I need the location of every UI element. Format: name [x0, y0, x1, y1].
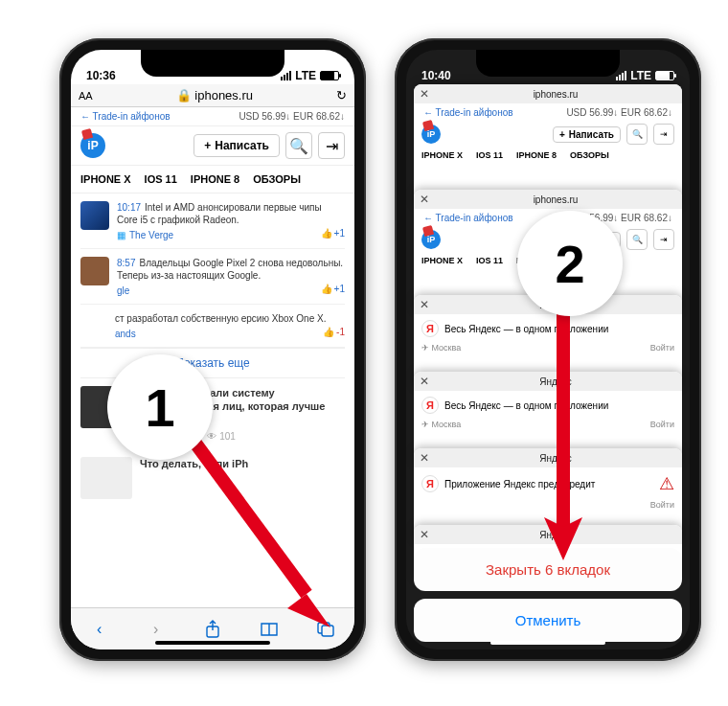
tab-ios11[interactable]: IOS 11 [145, 173, 177, 185]
lock-icon: 🔒 [176, 88, 192, 102]
site-logo: iP [421, 125, 441, 144]
site-logo: iP [421, 230, 441, 249]
write-button[interactable]: +Написать [193, 134, 280, 157]
site-logo[interactable]: iP [80, 133, 105, 158]
tradein-link[interactable]: ← Trade-in айфонов [80, 111, 171, 122]
search-button[interactable]: 🔍 [285, 132, 312, 159]
notch [141, 50, 284, 77]
screen-tab-switcher: 10:40 LTE ✕iphones.ru ← Trade-in айфонов… [406, 50, 690, 649]
tab-iphone8[interactable]: IPHONE 8 [191, 173, 239, 185]
news-feed: 10:17Intel и AMD анонсировали первые чип… [71, 194, 354, 507]
close-tab-icon[interactable]: ✕ [420, 298, 429, 311]
article-card[interactable]: Что делать, если iPh [80, 449, 345, 507]
exit-icon: ⇥ [326, 137, 338, 155]
url-bar[interactable]: AA 🔒 iphones.ru ↻ [71, 84, 354, 107]
search-button: 🔍 [626, 124, 648, 145]
close-tab-icon[interactable]: ✕ [420, 451, 429, 465]
forward-button[interactable]: › [146, 619, 167, 640]
status-time: 10:40 [421, 69, 451, 82]
svg-rect-2 [322, 626, 333, 636]
site-header: iP +Написать 🔍 ⇥ [71, 126, 354, 166]
yandex-logo-icon: Я [421, 320, 439, 337]
category-tabs: IPHONE X IOS 11 IPHONE 8 ОБЗОРЫ [71, 166, 354, 194]
url-domain: iphones.ru [194, 88, 253, 102]
exit-button: ⇥ [653, 124, 674, 145]
close-tab-icon[interactable]: ✕ [420, 528, 429, 541]
phone-right: 10:40 LTE ✕iphones.ru ← Trade-in айфонов… [395, 38, 701, 661]
phone-left: 10:36 LTE AA 🔒 iphones.ru ↻ ← Trade-in а… [59, 38, 366, 661]
close-all-tabs-button[interactable]: Закрыть 6 вкладок [414, 548, 682, 591]
battery-icon [320, 71, 339, 80]
signal-icon [616, 71, 626, 80]
close-tab-icon[interactable]: ✕ [420, 193, 429, 206]
screen-safari: 10:36 LTE AA 🔒 iphones.ru ↻ ← Trade-in а… [71, 50, 354, 649]
search-icon: 🔍 [289, 137, 308, 155]
like-button[interactable]: 👍 +1 [321, 282, 345, 296]
share-button[interactable] [202, 619, 223, 640]
annotation-badge-2: 2 [517, 211, 623, 316]
like-button[interactable]: 👍 -1 [323, 325, 345, 339]
annotation-badge-1: 1 [107, 354, 213, 460]
signal-icon [281, 71, 291, 80]
status-time: 10:36 [86, 69, 116, 82]
like-button[interactable]: 👍 +1 [321, 228, 345, 239]
cancel-button[interactable]: Отменить [414, 599, 682, 642]
back-button[interactable]: ‹ [89, 619, 110, 640]
plus-icon: + [204, 139, 211, 152]
source[interactable]: ▦The Verge [117, 230, 173, 240]
tab-cards-stack[interactable]: ✕iphones.ru ← Trade-in айфоновUSD 56.99↓… [414, 84, 682, 558]
reload-icon[interactable]: ↻ [336, 88, 347, 102]
bookmarks-button[interactable] [259, 619, 280, 640]
action-sheet: Закрыть 6 вкладок Отменить [414, 548, 682, 642]
reader-icon[interactable]: AA [79, 90, 93, 102]
rates: USD 56.99↓ EUR 68.62↓ [239, 111, 345, 122]
close-tab-icon[interactable]: ✕ [420, 375, 429, 388]
tab-iphonex[interactable]: IPHONE X [80, 173, 131, 185]
exit-button[interactable]: ⇥ [318, 132, 345, 159]
thumb [80, 201, 109, 230]
home-indicator[interactable] [490, 641, 605, 645]
article-image [80, 457, 132, 499]
home-indicator[interactable] [155, 641, 270, 645]
tabs-button[interactable] [315, 619, 336, 640]
news-item[interactable]: ст разработал собственную ерсию Xbox One… [80, 305, 345, 348]
battery-icon [655, 71, 674, 80]
network-label: LTE [295, 69, 316, 82]
news-item[interactable]: 8:57Владельцы Google Pixel 2 снова недов… [80, 249, 345, 305]
site-topbar: ← Trade-in айфонов USD 56.99↓ EUR 68.62↓ [71, 107, 354, 126]
warning-icon: ⚠ [659, 473, 674, 494]
tab-reviews[interactable]: ОБЗОРЫ [253, 173, 301, 185]
notch [476, 50, 620, 77]
yandex-logo-icon: Я [421, 397, 439, 414]
network-label: LTE [630, 69, 651, 82]
twitter-icon: ▦ [117, 230, 125, 240]
eye-icon: 👁 [207, 431, 216, 442]
thumb [80, 257, 109, 285]
news-item[interactable]: 10:17Intel и AMD анонсировали первые чип… [80, 194, 345, 249]
yandex-logo-icon: Я [421, 475, 439, 492]
write-button: + Написать [553, 126, 621, 143]
close-tab-icon[interactable]: ✕ [420, 87, 429, 101]
